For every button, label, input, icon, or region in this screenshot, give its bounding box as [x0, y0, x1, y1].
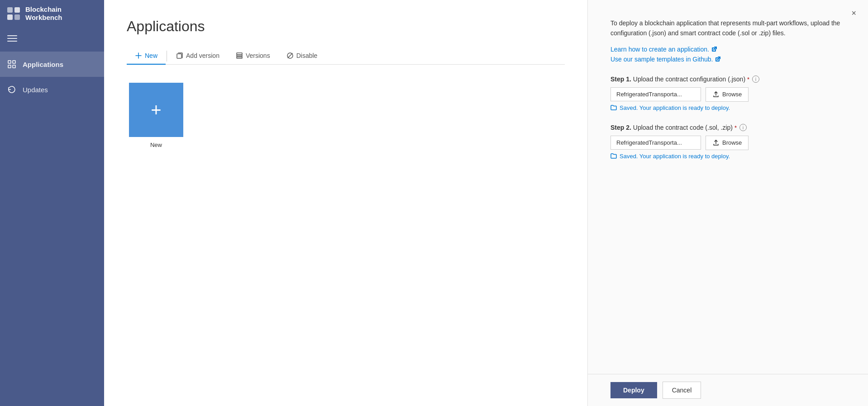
sidebar-item-updates-label: Updates: [23, 86, 48, 94]
upload-icon: [712, 91, 720, 98]
learn-link-label: Learn how to create an application.: [610, 46, 709, 53]
versions-button-label: Versions: [246, 52, 270, 59]
svg-rect-2: [7, 14, 13, 20]
sidebar-nav: Applications Updates: [0, 52, 104, 102]
new-button[interactable]: New: [127, 47, 166, 65]
learn-link[interactable]: Learn how to create an application.: [610, 46, 845, 53]
svg-rect-1: [14, 7, 20, 13]
step2-required: *: [734, 124, 737, 131]
page-title: Applications: [127, 18, 565, 35]
svg-rect-7: [13, 65, 15, 68]
new-button-label: New: [145, 52, 157, 59]
step1-label: Step 1. Upload the contract configuratio…: [610, 76, 845, 83]
disable-button-label: Disable: [296, 52, 318, 59]
svg-rect-10: [177, 54, 181, 58]
step1-save-text: Saved. Your application is ready to depl…: [620, 104, 730, 111]
step2-info-icon[interactable]: i: [739, 124, 747, 131]
svg-rect-12: [237, 55, 242, 57]
right-panel: × To deploy a blockchain application tha…: [587, 0, 868, 406]
step2-section: Step 2. Upload the contract code (.sol, …: [610, 124, 845, 160]
sidebar-title: Blockchain Workbench: [25, 5, 98, 22]
close-button[interactable]: ×: [849, 7, 859, 19]
app-logo: [6, 6, 21, 21]
right-panel-body: To deploy a blockchain application that …: [588, 0, 868, 374]
plus-icon: [135, 52, 142, 59]
step1-file-row: RefrigeratedTransporta... Browse: [610, 87, 845, 102]
step1-browse-label: Browse: [722, 91, 742, 98]
sample-link-label: Use our sample templates in Github.: [610, 56, 713, 63]
step1-browse-button[interactable]: Browse: [706, 87, 749, 102]
right-panel-footer: Deploy Cancel: [588, 374, 868, 406]
app-grid: + New: [127, 78, 565, 153]
grid-icon: [7, 60, 16, 69]
step2-prefix: Step 2. Upload the contract code (.sol, …: [610, 124, 737, 131]
step1-info-icon[interactable]: i: [752, 76, 759, 83]
sidebar-item-applications[interactable]: Applications: [0, 52, 104, 77]
sample-link[interactable]: Use our sample templates in Github.: [610, 56, 845, 63]
new-app-card[interactable]: + New: [127, 78, 186, 153]
new-app-tile: +: [129, 83, 183, 137]
refresh-icon: [7, 85, 16, 94]
step2-save-text: Saved. Your application is ready to depl…: [620, 153, 730, 160]
layers-icon: [236, 52, 243, 59]
sidebar-item-updates[interactable]: Updates: [0, 77, 104, 102]
step1-file-name: RefrigeratedTransporta...: [610, 87, 701, 101]
main-content: Applications New Add version: [104, 0, 587, 406]
toolbar: New Add version Versions: [127, 47, 565, 65]
upload-icon-2: [712, 139, 720, 146]
svg-rect-6: [8, 65, 11, 68]
svg-rect-4: [8, 61, 11, 63]
add-version-button-label: Add version: [186, 52, 219, 59]
svg-rect-3: [14, 14, 20, 20]
hamburger-menu[interactable]: [0, 27, 104, 50]
step2-label: Step 2. Upload the contract code (.sol, …: [610, 124, 845, 131]
step2-file-row: RefrigeratedTransporta... Browse: [610, 136, 845, 150]
external-link-icon: [711, 46, 717, 52]
folder-icon-2: [610, 153, 617, 159]
sidebar-header: Blockchain Workbench: [0, 0, 104, 27]
svg-rect-0: [7, 7, 13, 13]
external-link-icon-2: [715, 56, 721, 62]
disable-button[interactable]: Disable: [278, 47, 326, 65]
step2-file-name: RefrigeratedTransporta...: [610, 136, 701, 150]
step1-section: Step 1. Upload the contract configuratio…: [610, 76, 845, 111]
sidebar-item-applications-label: Applications: [23, 61, 63, 68]
versions-button[interactable]: Versions: [228, 47, 278, 65]
step1-prefix: Step 1. Upload the contract configuratio…: [610, 76, 749, 83]
sidebar: Blockchain Workbench Applications: [0, 0, 104, 406]
panel-description: To deploy a blockchain application that …: [610, 18, 845, 38]
slash-icon: [286, 52, 294, 59]
toolbar-separator: [167, 51, 167, 61]
page-area: Applications New Add version: [104, 0, 587, 406]
deploy-button[interactable]: Deploy: [610, 382, 657, 398]
folder-icon: [610, 104, 617, 111]
step2-browse-button[interactable]: Browse: [706, 136, 749, 150]
add-version-button[interactable]: Add version: [168, 47, 228, 65]
svg-rect-5: [13, 61, 15, 63]
svg-rect-13: [237, 57, 242, 58]
cancel-button[interactable]: Cancel: [663, 382, 701, 399]
svg-rect-11: [237, 53, 242, 55]
step2-browse-label: Browse: [722, 139, 742, 146]
svg-line-15: [288, 53, 292, 58]
copy-icon: [176, 52, 183, 59]
step2-save-message: Saved. Your application is ready to depl…: [610, 153, 845, 160]
step1-required: *: [747, 76, 749, 83]
new-app-label: New: [150, 142, 162, 148]
step1-save-message: Saved. Your application is ready to depl…: [610, 104, 845, 111]
